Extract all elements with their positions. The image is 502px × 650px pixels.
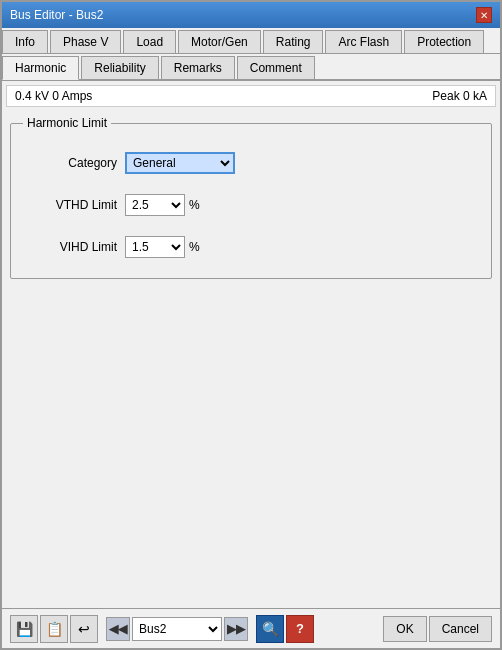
window-title: Bus Editor - Bus2 bbox=[10, 8, 103, 22]
harmonic-limit-group: Harmonic Limit Category General Special … bbox=[10, 123, 492, 279]
tab-harmonic[interactable]: Harmonic bbox=[2, 56, 79, 80]
category-row: Category General Special Applications De… bbox=[27, 152, 475, 174]
tabs-row2: Harmonic Reliability Remarks Comment bbox=[2, 54, 500, 81]
tab-phase-v[interactable]: Phase V bbox=[50, 30, 121, 53]
tab-rating[interactable]: Rating bbox=[263, 30, 324, 53]
bus-select[interactable]: Bus2 bbox=[132, 617, 222, 641]
tab-arc-flash[interactable]: Arc Flash bbox=[325, 30, 402, 53]
vihd-wrapper: 1.5 2.0 3.0 5.0 % bbox=[125, 236, 200, 258]
vthd-row: VTHD Limit 2.5 3.0 5.0 8.0 % bbox=[27, 194, 475, 216]
help-button[interactable]: ? bbox=[286, 615, 314, 643]
bottom-toolbar: 💾 📋 ↩ ◀◀ Bus2 ▶▶ 🔍 ? OK Cancel bbox=[2, 608, 500, 648]
vthd-label: VTHD Limit bbox=[27, 198, 117, 212]
search-button[interactable]: 🔍 bbox=[256, 615, 284, 643]
title-bar: Bus Editor - Bus2 ✕ bbox=[2, 2, 500, 28]
open-icon: 📋 bbox=[46, 621, 63, 637]
save-icon: 💾 bbox=[16, 621, 33, 637]
save-button[interactable]: 💾 bbox=[10, 615, 38, 643]
nav-prev-button[interactable]: ◀◀ bbox=[106, 617, 130, 641]
tab-reliability[interactable]: Reliability bbox=[81, 56, 158, 79]
open-button[interactable]: 📋 bbox=[40, 615, 68, 643]
vihd-row: VIHD Limit 1.5 2.0 3.0 5.0 % bbox=[27, 236, 475, 258]
tabs-row1: Info Phase V Load Motor/Gen Rating Arc F… bbox=[2, 28, 500, 54]
tab-remarks[interactable]: Remarks bbox=[161, 56, 235, 79]
main-window: Bus Editor - Bus2 ✕ Info Phase V Load Mo… bbox=[0, 0, 502, 650]
tab-info[interactable]: Info bbox=[2, 30, 48, 53]
vthd-select[interactable]: 2.5 3.0 5.0 8.0 bbox=[125, 194, 185, 216]
content-area: Harmonic Limit Category General Special … bbox=[2, 107, 500, 608]
search-icon: 🔍 bbox=[262, 621, 279, 637]
close-button[interactable]: ✕ bbox=[476, 7, 492, 23]
vihd-select[interactable]: 1.5 2.0 3.0 5.0 bbox=[125, 236, 185, 258]
cancel-button[interactable]: Cancel bbox=[429, 616, 492, 642]
ok-button[interactable]: OK bbox=[383, 616, 426, 642]
nav-combo: Bus2 bbox=[132, 617, 222, 641]
vihd-label: VIHD Limit bbox=[27, 240, 117, 254]
undo-button[interactable]: ↩ bbox=[70, 615, 98, 643]
category-label: Category bbox=[27, 156, 117, 170]
help-icon: ? bbox=[296, 621, 304, 636]
vthd-wrapper: 2.5 3.0 5.0 8.0 % bbox=[125, 194, 200, 216]
tab-load[interactable]: Load bbox=[123, 30, 176, 53]
status-bar: 0.4 kV 0 Amps Peak 0 kA bbox=[6, 85, 496, 107]
category-wrapper: General Special Applications Dedicated S… bbox=[125, 152, 235, 174]
tab-protection[interactable]: Protection bbox=[404, 30, 484, 53]
vihd-unit: % bbox=[189, 240, 200, 254]
nav-next-button[interactable]: ▶▶ bbox=[224, 617, 248, 641]
tab-comment[interactable]: Comment bbox=[237, 56, 315, 79]
vthd-unit: % bbox=[189, 198, 200, 212]
category-select[interactable]: General Special Applications Dedicated S… bbox=[125, 152, 235, 174]
nav-prev-icon: ◀◀ bbox=[109, 622, 127, 636]
nav-next-icon: ▶▶ bbox=[227, 622, 245, 636]
group-title: Harmonic Limit bbox=[23, 116, 111, 130]
status-left: 0.4 kV 0 Amps bbox=[15, 89, 92, 103]
status-right: Peak 0 kA bbox=[432, 89, 487, 103]
tab-motor-gen[interactable]: Motor/Gen bbox=[178, 30, 261, 53]
undo-icon: ↩ bbox=[78, 621, 90, 637]
